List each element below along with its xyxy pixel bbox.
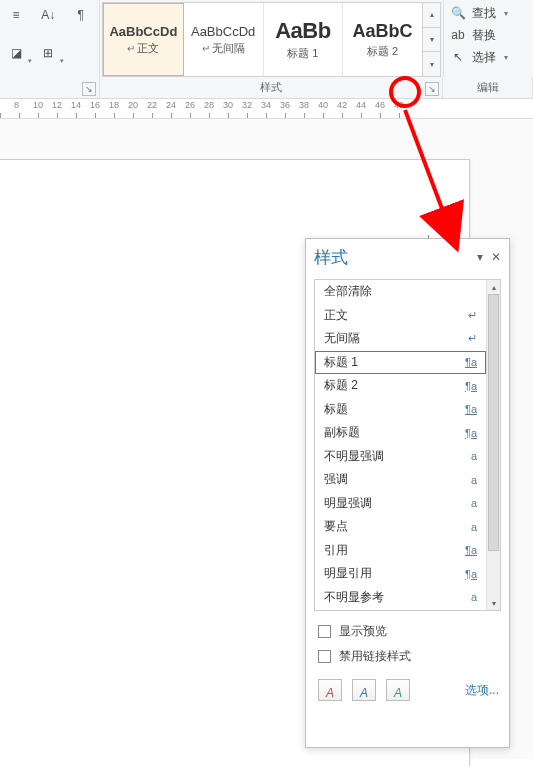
styles-group-label: 样式 xyxy=(260,80,282,95)
style-list-item[interactable]: 副标题¶a xyxy=(315,421,486,445)
ruler-number: 28 xyxy=(204,100,214,110)
pane-dropdown-icon[interactable]: ▾ xyxy=(477,250,483,264)
paragraph-group: ≡ A↓ ¶ ◪ ⊞ xyxy=(0,0,100,77)
ruler-number: 30 xyxy=(223,100,233,110)
style-list-item[interactable]: 引用¶a xyxy=(315,539,486,563)
ruler-number: 32 xyxy=(242,100,252,110)
paragraph-launcher[interactable]: ↘ xyxy=(82,82,96,96)
new-style-button[interactable]: A xyxy=(318,679,342,701)
style-list-label: 明显强调 xyxy=(324,495,471,512)
style-list-item[interactable]: 明显强调a xyxy=(315,492,486,516)
find-label: 查找 xyxy=(472,5,496,22)
ruler-number: 40 xyxy=(318,100,328,110)
annotation-circle xyxy=(389,76,421,108)
style-type-icon: a xyxy=(471,521,477,533)
style-list-label: 副标题 xyxy=(324,424,465,441)
style-preview: AaBbCcDd xyxy=(109,24,177,39)
shading-icon[interactable]: ◪ xyxy=(4,41,28,65)
replace-label: 替换 xyxy=(472,27,496,44)
ruler[interactable]: 6810121416182022242628303234363840424446… xyxy=(0,99,533,119)
ribbon: ≡ A↓ ¶ ◪ ⊞ AaBbCcDd ↵正文 AaBbCcDd ↵无间隔 Aa… xyxy=(0,0,533,99)
editing-group-label: 编辑 xyxy=(443,77,533,98)
checkbox-icon xyxy=(318,625,331,638)
style-list-label: 不明显强调 xyxy=(324,448,471,465)
show-preview-checkbox[interactable]: 显示预览 xyxy=(318,623,499,640)
ruler-number: 18 xyxy=(109,100,119,110)
replace-button[interactable]: ab 替换 xyxy=(450,25,527,45)
style-list-item[interactable]: 全部清除 xyxy=(315,280,486,304)
ruler-number: 34 xyxy=(261,100,271,110)
manage-styles-button[interactable]: A xyxy=(386,679,410,701)
style-list-label: 明显引用 xyxy=(324,565,465,582)
style-type-icon: ¶a xyxy=(465,403,477,415)
ruler-number: 14 xyxy=(71,100,81,110)
paragraph-group-label: ↘ xyxy=(0,77,100,98)
line-spacing-icon[interactable]: ≡ xyxy=(4,3,28,27)
style-label: 无间隔 xyxy=(212,42,245,54)
style-item-heading2[interactable]: AaBbC 标题 2 xyxy=(343,3,422,76)
style-type-icon: a xyxy=(471,591,477,603)
gallery-expand-button[interactable]: ▾ xyxy=(423,52,440,76)
editing-group: 🔍 查找 ▾ ab 替换 ↖ 选择 ▾ xyxy=(443,0,533,77)
style-list-label: 标题 2 xyxy=(324,377,465,394)
disable-linked-checkbox[interactable]: 禁用链接样式 xyxy=(318,648,499,665)
scroll-down-icon[interactable]: ▾ xyxy=(487,596,500,610)
styles-pane: 样式 ▾ ✕ 全部清除正文↵无间隔↵标题 1¶a标题 2¶a标题¶a副标题¶a不… xyxy=(305,238,510,748)
pane-close-icon[interactable]: ✕ xyxy=(491,250,501,264)
style-list-item[interactable]: 标题 1¶a xyxy=(315,351,486,375)
style-label: 标题 1 xyxy=(287,46,318,61)
style-list-label: 标题 1 xyxy=(324,354,465,371)
ruler-number: 8 xyxy=(14,100,19,110)
styles-group: AaBbCcDd ↵正文 AaBbCcDd ↵无间隔 AaBb 标题 1 AaB… xyxy=(100,0,443,77)
style-list-label: 正文 xyxy=(324,307,468,324)
borders-icon[interactable]: ⊞ xyxy=(36,41,60,65)
scrollbar[interactable]: ▴ ▾ xyxy=(486,280,500,610)
style-list-item[interactable]: 正文↵ xyxy=(315,304,486,328)
style-type-icon: ¶a xyxy=(465,380,477,392)
style-preview: AaBbCcDd xyxy=(191,24,255,39)
spacer xyxy=(69,41,93,65)
styles-launcher[interactable]: ↘ xyxy=(425,82,439,96)
style-type-icon: ¶a xyxy=(465,568,477,580)
style-list-item[interactable]: 标题 2¶a xyxy=(315,374,486,398)
scroll-up-icon[interactable]: ▴ xyxy=(487,280,500,294)
style-list-item[interactable]: 标题¶a xyxy=(315,398,486,422)
ruler-number: 42 xyxy=(337,100,347,110)
style-list-item[interactable]: 明显引用¶a xyxy=(315,562,486,586)
style-list-label: 全部清除 xyxy=(324,283,477,300)
style-list-item[interactable]: 不明显参考a xyxy=(315,586,486,610)
options-link[interactable]: 选项... xyxy=(465,682,499,699)
gallery-up-button[interactable]: ▴ xyxy=(423,3,440,28)
style-list-label: 要点 xyxy=(324,518,471,535)
style-gallery: AaBbCcDd ↵正文 AaBbCcDd ↵无间隔 AaBb 标题 1 AaB… xyxy=(102,2,423,77)
pane-title: 样式 xyxy=(314,246,477,269)
style-list-item[interactable]: 无间隔↵ xyxy=(315,327,486,351)
style-preview: AaBbC xyxy=(353,21,413,42)
styles-list: 全部清除正文↵无间隔↵标题 1¶a标题 2¶a标题¶a副标题¶a不明显强调a强调… xyxy=(315,280,486,610)
sort-icon[interactable]: A↓ xyxy=(36,3,60,27)
style-type-icon: ¶a xyxy=(465,356,477,368)
find-button[interactable]: 🔍 查找 ▾ xyxy=(450,3,527,23)
gallery-down-button[interactable]: ▾ xyxy=(423,28,440,53)
style-type-icon: a xyxy=(471,450,477,462)
ruler-number: 24 xyxy=(166,100,176,110)
style-type-icon: ↵ xyxy=(468,309,477,322)
style-list-label: 不明显参考 xyxy=(324,589,471,606)
style-list-label: 标题 xyxy=(324,401,465,418)
scroll-thumb[interactable] xyxy=(488,294,499,551)
ruler-number: 20 xyxy=(128,100,138,110)
style-item-heading1[interactable]: AaBb 标题 1 xyxy=(264,3,344,76)
style-item-nospacing[interactable]: AaBbCcDd ↵无间隔 xyxy=(184,3,264,76)
ruler-number: 26 xyxy=(185,100,195,110)
style-list-item[interactable]: 强调a xyxy=(315,468,486,492)
style-item-normal[interactable]: AaBbCcDd ↵正文 xyxy=(103,3,184,76)
style-list-item[interactable]: 要点a xyxy=(315,515,486,539)
show-preview-label: 显示预览 xyxy=(339,623,387,640)
ruler-number: 38 xyxy=(299,100,309,110)
style-list-label: 无间隔 xyxy=(324,330,468,347)
show-marks-icon[interactable]: ¶ xyxy=(69,3,93,27)
style-list-item[interactable]: 不明显强调a xyxy=(315,445,486,469)
select-button[interactable]: ↖ 选择 ▾ xyxy=(450,47,527,67)
style-inspector-button[interactable]: A xyxy=(352,679,376,701)
style-type-icon: a xyxy=(471,497,477,509)
